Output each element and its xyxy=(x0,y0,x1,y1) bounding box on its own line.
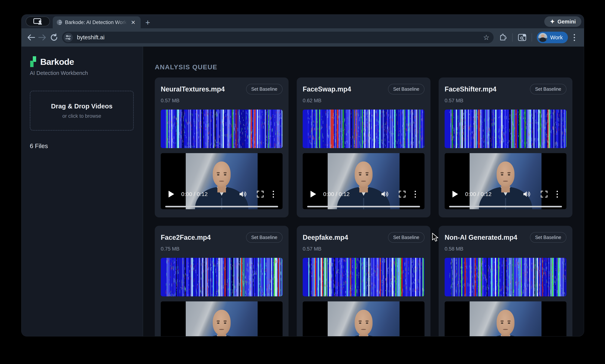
side-panel-search-button[interactable] xyxy=(516,32,528,43)
profile-label: Work xyxy=(550,35,563,41)
tab-organizer-button[interactable] xyxy=(26,17,50,26)
page-content: Barkode AI Detection Workbench Drag & Dr… xyxy=(21,47,584,336)
video-player[interactable]: 0:00 / 0:12 xyxy=(303,301,425,336)
video-thumbnail xyxy=(328,153,399,209)
set-baseline-button[interactable]: Set Baseline xyxy=(246,232,283,243)
play-button[interactable] xyxy=(452,191,458,197)
video-player[interactable]: 0:00 / 0:15 xyxy=(161,301,283,336)
video-progress-bar[interactable] xyxy=(307,206,420,207)
video-card: FaceSwap.mp4 Set Baseline 0.62 MB 0:00 /… xyxy=(297,78,430,217)
video-card: Face2Face.mp4 Set Baseline 0.75 MB 0:00 … xyxy=(155,226,289,336)
video-progress-bar[interactable] xyxy=(165,206,278,207)
browser-menu-button[interactable] xyxy=(569,34,579,41)
bookmark-star-icon[interactable]: ☆ xyxy=(483,33,489,41)
file-size: 0.57 MB xyxy=(161,98,283,104)
video-card: NeuralTextures.mp4 Set Baseline 0.57 MB … xyxy=(155,78,289,217)
back-button[interactable] xyxy=(25,32,37,43)
toolbar-divider xyxy=(532,33,532,41)
sidebar-subtitle: AI Detection Workbench xyxy=(30,70,134,76)
bitstream-visualization xyxy=(445,258,566,296)
main-area: ANALYSIS QUEUE NeuralTextures.mp4 Set Ba… xyxy=(143,47,584,336)
video-menu-icon[interactable] xyxy=(557,191,558,198)
video-player[interactable]: 0:00 / 0:12 xyxy=(303,153,425,209)
video-progress-bar[interactable] xyxy=(449,206,562,207)
volume-icon[interactable] xyxy=(523,191,531,198)
card-grid: NeuralTextures.mp4 Set Baseline 0.57 MB … xyxy=(155,78,572,336)
video-card: Deepfake.mp4 Set Baseline 0.57 MB 0:00 /… xyxy=(297,226,430,336)
file-size: 0.75 MB xyxy=(161,246,283,252)
file-size: 0.57 MB xyxy=(445,98,566,104)
gemini-label: Gemini xyxy=(557,19,576,25)
file-size: 0.62 MB xyxy=(303,98,425,104)
video-thumbnail xyxy=(186,301,257,336)
toolbar-divider xyxy=(512,33,513,41)
video-filename: FaceSwap.mp4 xyxy=(303,84,351,93)
mouse-cursor xyxy=(432,233,439,242)
video-filename: Deepfake.mp4 xyxy=(303,232,348,241)
volume-icon[interactable] xyxy=(381,191,389,198)
video-player[interactable]: 0:00 / 0:12 xyxy=(445,301,566,336)
logo-text: Barkode xyxy=(40,57,74,67)
set-baseline-button[interactable]: Set Baseline xyxy=(530,232,566,243)
tab-strip: Barkode: AI Detection Workbench ✕ + ✦ Ge… xyxy=(21,14,584,28)
profile-button[interactable]: Work xyxy=(537,32,568,43)
tab-title: Barkode: AI Detection Workbench xyxy=(65,20,127,25)
video-card: FaceShifter.mp4 Set Baseline 0.57 MB 0:0… xyxy=(439,78,572,217)
logo: Barkode xyxy=(30,56,134,67)
dropzone[interactable]: Drag & Drop Videos or click to browse xyxy=(30,91,134,130)
play-button[interactable] xyxy=(310,191,316,197)
bitstream-visualization xyxy=(161,258,283,296)
video-player[interactable]: 0:00 / 0:12 xyxy=(445,153,566,209)
video-player[interactable]: 0:00 / 0:12 xyxy=(161,153,283,209)
gemini-button[interactable]: ✦ Gemini xyxy=(544,16,581,27)
video-thumbnail xyxy=(328,301,399,336)
browser-window: Barkode: AI Detection Workbench ✕ + ✦ Ge… xyxy=(21,14,584,336)
video-time: 0:00 / 0:12 xyxy=(181,191,208,197)
bitstream-visualization xyxy=(161,110,283,148)
bitstream-visualization xyxy=(445,110,566,148)
sparkle-icon: ✦ xyxy=(550,18,555,25)
set-baseline-button[interactable]: Set Baseline xyxy=(246,84,283,94)
video-time: 0:00 / 0:12 xyxy=(323,191,350,197)
bitstream-visualization xyxy=(303,258,425,296)
tab-barkode[interactable]: Barkode: AI Detection Workbench ✕ xyxy=(53,16,141,28)
site-settings-icon[interactable] xyxy=(64,33,73,42)
extensions-button[interactable] xyxy=(497,32,509,43)
video-filename: NeuralTextures.mp4 xyxy=(161,84,225,93)
dropzone-title: Drag & Drop Videos xyxy=(51,103,113,110)
volume-icon[interactable] xyxy=(239,191,247,198)
forward-button[interactable] xyxy=(37,32,48,43)
tab-close-icon[interactable]: ✕ xyxy=(129,18,137,26)
new-tab-button[interactable]: + xyxy=(142,17,153,28)
sidebar: Barkode AI Detection Workbench Drag & Dr… xyxy=(21,47,143,336)
video-filename: Non-AI Generated.mp4 xyxy=(445,232,517,241)
video-filename: FaceShifter.mp4 xyxy=(445,84,496,93)
fullscreen-icon[interactable] xyxy=(541,191,548,198)
fullscreen-icon[interactable] xyxy=(399,191,406,198)
page-title: ANALYSIS QUEUE xyxy=(155,63,572,71)
fullscreen-icon[interactable] xyxy=(257,191,264,198)
video-time: 0:00 / 0:12 xyxy=(465,191,491,197)
dropzone-subtitle: or click to browse xyxy=(62,113,101,119)
set-baseline-button[interactable]: Set Baseline xyxy=(388,232,425,243)
file-size: 0.57 MB xyxy=(303,246,425,252)
avatar xyxy=(538,33,547,42)
barkode-logo-icon xyxy=(30,56,37,67)
set-baseline-button[interactable]: Set Baseline xyxy=(530,84,566,94)
url-text: byteshift.ai xyxy=(77,34,483,41)
file-size: 0.58 MB xyxy=(445,246,566,252)
address-bar[interactable]: byteshift.ai ☆ xyxy=(62,32,494,43)
video-thumbnail xyxy=(186,153,257,209)
video-menu-icon[interactable] xyxy=(415,191,416,198)
video-thumbnail xyxy=(470,153,541,209)
video-card: Non-AI Generated.mp4 Set Baseline 0.58 M… xyxy=(439,226,572,336)
bitstream-visualization xyxy=(303,110,425,148)
set-baseline-button[interactable]: Set Baseline xyxy=(388,84,425,94)
video-menu-icon[interactable] xyxy=(273,191,274,198)
globe-favicon xyxy=(56,19,62,25)
play-button[interactable] xyxy=(168,191,174,197)
screen-person-icon xyxy=(33,18,42,25)
video-thumbnail xyxy=(470,301,541,336)
file-count: 6 Files xyxy=(30,143,134,150)
reload-button[interactable] xyxy=(48,32,60,43)
